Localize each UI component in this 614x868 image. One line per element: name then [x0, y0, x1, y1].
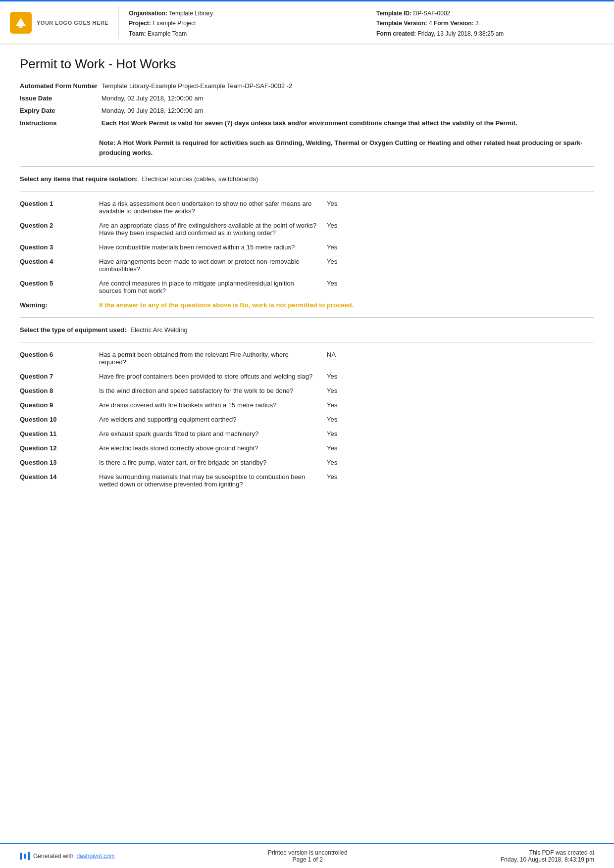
question-id: Question 13	[20, 455, 99, 470]
question-answer: Yes	[327, 218, 594, 240]
question-answer: Yes	[327, 470, 594, 491]
project-label: Project:	[129, 20, 151, 27]
question-answer: Yes	[327, 398, 594, 412]
table-row: Question 10 Are welders and supporting e…	[20, 412, 594, 427]
form-number-row: Automated Form Number Template Library-E…	[20, 80, 594, 92]
warning-label-cell: Warning:	[20, 298, 99, 312]
question-text: Are control measures in place to mitigat…	[99, 276, 327, 298]
question-text: Has a risk assessment been undertaken to…	[99, 196, 327, 218]
question-answer: Yes	[327, 384, 594, 398]
footer-right: This PDF was created at Friday, 10 Augus…	[501, 849, 594, 863]
instructions-text: Each Hot Work Permit is valid for seven …	[102, 119, 517, 127]
question-id: Question 12	[20, 441, 99, 455]
question-id: Question 8	[20, 384, 99, 398]
issue-date-row: Issue Date Monday, 02 July 2018, 12:00:0…	[20, 92, 594, 104]
warning-table: Warning: If the answer to any of the que…	[20, 298, 594, 312]
section-divider-4	[20, 342, 594, 342]
question-id: Question 2	[20, 218, 99, 240]
header: YOUR LOGO GOES HERE Organisation: Templa…	[0, 1, 614, 45]
question-answer: Yes	[327, 276, 594, 298]
header-meta-left: Organisation: Template Library Project: …	[129, 8, 357, 39]
form-created-label: Form created:	[376, 30, 416, 37]
footer: Generated with dashpivot.com Printed ver…	[0, 843, 614, 868]
table-row: Question 5 Are control measures in place…	[20, 276, 594, 298]
question-id: Question 6	[20, 347, 99, 369]
template-version-value: 4	[429, 20, 432, 27]
expiry-date-label: Expiry Date	[20, 104, 102, 117]
svg-point-0	[18, 23, 23, 28]
form-created-row: Form created: Friday, 13 July 2018, 9:38…	[376, 29, 604, 39]
question-answer: Yes	[327, 240, 594, 254]
equipment-table: Select the type of equipment used: Elect…	[20, 323, 594, 337]
table-row: Question 12 Are electric leads stored co…	[20, 441, 594, 455]
org-value: Template Library	[169, 10, 213, 17]
header-logo: YOUR LOGO GOES HERE	[10, 6, 119, 39]
section-divider-3	[20, 317, 594, 318]
question-answer: Yes	[327, 254, 594, 276]
table-row: Question 6 Has a permit been obtained fr…	[20, 347, 594, 369]
logo-icon	[10, 12, 32, 34]
question-text: Have surrounding materials that may be s…	[99, 470, 327, 491]
header-meta-right: Template ID: DP-SAF-0002 Template Versio…	[376, 8, 604, 39]
template-id-label: Template ID:	[376, 10, 411, 17]
warning-row: Warning: If the answer to any of the que…	[20, 298, 594, 312]
form-version-value: 3	[475, 20, 479, 27]
dashpivot-link[interactable]: dashpivot.com	[76, 853, 114, 860]
bar3	[28, 852, 30, 860]
footer-right-line2: Friday, 10 August 2018, 8:43:19 pm	[501, 856, 594, 863]
instructions-value: Each Hot Work Permit is valid for seven …	[102, 117, 594, 129]
question-text: Have fire proof containers been provided…	[99, 369, 327, 384]
template-version-row: Template Version: 4 Form Version: 3	[376, 18, 604, 28]
isolation-row: Select any items that require isolation:…	[20, 172, 594, 186]
expiry-date-row: Expiry Date Monday, 09 July 2018, 12:00:…	[20, 104, 594, 117]
question-id: Question 5	[20, 276, 99, 298]
note-text: Note: A Hot Work Permit is required for …	[99, 139, 583, 156]
footer-left: Generated with dashpivot.com	[20, 852, 115, 860]
footer-center-line1: Printed version is uncontrolled	[268, 849, 348, 856]
expiry-date-value: Monday, 09 July 2018, 12:00:00 am	[102, 104, 594, 117]
project-row: Project: Example Project	[129, 18, 357, 28]
question-text: Are an appropriate class of fire extingu…	[99, 218, 327, 240]
table-row: Question 9 Are drains covered with fire …	[20, 398, 594, 412]
form-number-label: Automated Form Number	[20, 80, 102, 92]
logo-text: YOUR LOGO GOES HERE	[37, 20, 108, 26]
question-answer: Yes	[327, 455, 594, 470]
question-text: Has a permit been obtained from the rele…	[99, 347, 327, 369]
question-answer: Yes	[327, 196, 594, 218]
section-divider-2	[20, 191, 594, 192]
bar2	[24, 854, 26, 859]
footer-generated-text: Generated with	[33, 853, 73, 860]
question-id: Question 11	[20, 427, 99, 441]
team-row: Team: Example Team	[129, 29, 357, 39]
question-text: Is there a fire pump, water cart, or fir…	[99, 455, 327, 470]
question-text: Have combustible materials been removed …	[99, 240, 327, 254]
equipment-row: Select the type of equipment used: Elect…	[20, 323, 594, 337]
page-title: Permit to Work - Hot Works	[20, 56, 594, 72]
info-table: Automated Form Number Template Library-E…	[20, 80, 594, 129]
question-text: Is the wind direction and speed satisfac…	[99, 384, 327, 398]
footer-center: Printed version is uncontrolled Page 1 o…	[268, 849, 348, 863]
isolation-table: Select any items that require isolation:…	[20, 172, 594, 186]
question-text: Are drains covered with fire blankets wi…	[99, 398, 327, 412]
question-text: Have arrangements been made to wet down …	[99, 254, 327, 276]
instructions-row: Instructions Each Hot Work Permit is val…	[20, 117, 594, 129]
question-id: Question 14	[20, 470, 99, 491]
issue-date-label: Issue Date	[20, 92, 102, 104]
question-id: Question 1	[20, 196, 99, 218]
question-id: Question 10	[20, 412, 99, 427]
warning-text: If the answer to any of the questions ab…	[99, 301, 354, 309]
question-answer: Yes	[327, 369, 594, 384]
form-number-value: Template Library-Example Project-Example…	[102, 80, 594, 92]
questions-table-1: Question 1 Has a risk assessment been un…	[20, 196, 594, 298]
org-label: Organisation:	[129, 10, 167, 17]
template-id-value: DP-SAF-0002	[413, 10, 451, 17]
table-row: Question 3 Have combustible materials be…	[20, 240, 594, 254]
question-id: Question 9	[20, 398, 99, 412]
questions-table-2: Question 6 Has a permit been obtained fr…	[20, 347, 594, 491]
project-value: Example Project	[153, 20, 196, 27]
warning-text-cell: If the answer to any of the questions ab…	[99, 298, 594, 312]
table-row: Question 4 Have arrangements been made t…	[20, 254, 594, 276]
dashpivot-logo-icon	[20, 852, 30, 860]
question-answer: Yes	[327, 441, 594, 455]
template-version-label: Template Version:	[376, 20, 427, 27]
